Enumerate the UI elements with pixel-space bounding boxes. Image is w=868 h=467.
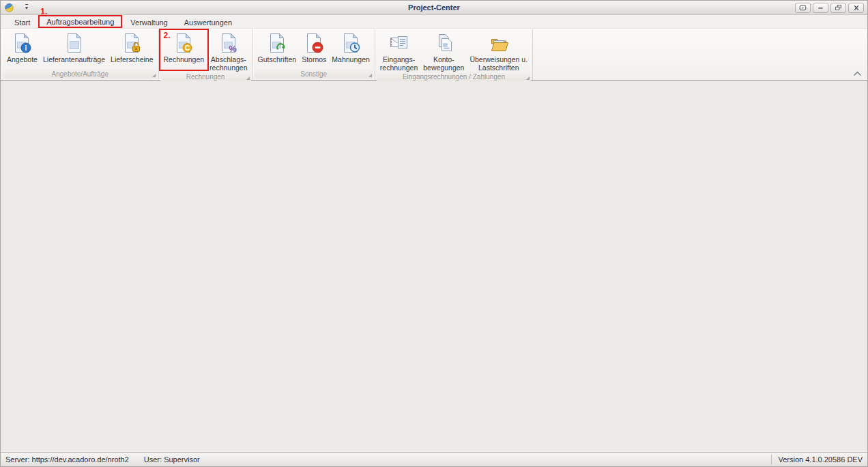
document-clock-icon [340, 32, 362, 54]
svg-text:C: C [185, 44, 190, 52]
annotation-step-2: 2. [164, 31, 171, 40]
envelope-document-icon [388, 32, 410, 54]
minimize-icon [817, 5, 824, 11]
eingangsrechnungen-button[interactable]: Eingangs- rechnungen [377, 30, 420, 72]
close-icon [853, 5, 860, 11]
stornos-button[interactable]: Stornos [299, 30, 329, 69]
documents-stack-icon [433, 32, 454, 54]
group-label: Rechnungen [186, 73, 225, 81]
angebote-button[interactable]: i Angebote [4, 30, 40, 69]
folder-open-icon [488, 32, 510, 54]
status-server-label: Server: https://dev.acadoro.de/nroth2 [5, 455, 129, 464]
tab-label: Auftragsbearbeitung [46, 18, 114, 26]
main-content-area [1, 81, 867, 452]
document-info-icon: i [11, 32, 33, 54]
status-user-label: User: Supervisor [144, 455, 200, 464]
window-controls [795, 3, 864, 13]
abschlagsrechnungen-button[interactable]: % Abschlags- rechnungen [207, 30, 250, 72]
document-refresh-icon [266, 32, 288, 54]
application-window: ▾ Project-Center [0, 0, 868, 467]
tab-auftragsbearbeitung[interactable]: 1. Auftragsbearbeitung [38, 15, 122, 28]
tab-auswertungen[interactable]: Auswertungen [176, 15, 240, 28]
document-lock-icon [121, 32, 143, 54]
title-bar: ▾ Project-Center [1, 1, 867, 15]
button-label: Rechnungen [164, 55, 205, 63]
group-footer-eingangsrechnungen-zahlungen: Eingangsrechnungen / Zahlungen [377, 72, 531, 81]
button-label: Lieferscheine [111, 55, 153, 63]
close-button[interactable] [848, 3, 864, 13]
group-label: Angebote/Aufträge [52, 70, 108, 78]
group-footer-rechnungen: Rechnungen [160, 72, 251, 81]
button-label: Konto- bewegungen [423, 55, 464, 72]
annotation-step-1: 1. [40, 7, 47, 16]
status-version-label: Version 4.1.0.20586 DEV [778, 455, 863, 464]
group-label: Sonstige [300, 70, 327, 78]
ribbon: i Angebote Lieferantenaufträge [1, 29, 867, 81]
button-label: Abschlags- rechnungen [209, 55, 247, 72]
button-label: Stornos [302, 55, 326, 63]
lieferantenauftraege-button[interactable]: Lieferantenaufträge [40, 30, 108, 69]
button-label: Überweisungen u. Lastschriften [469, 55, 527, 72]
button-label: Lieferantenaufträge [43, 55, 105, 63]
ribbon-tab-bar: Start 1. Auftragsbearbeitung Verwaltung … [1, 15, 867, 29]
dialog-launcher-icon[interactable] [152, 74, 156, 77]
fit-window-icon [799, 5, 807, 11]
svg-text:%: % [229, 44, 237, 54]
fit-window-button[interactable] [795, 3, 811, 13]
button-label: Angebote [7, 55, 38, 63]
ribbon-group-angebote-auftraege: i Angebote Lieferantenaufträge [2, 29, 159, 80]
document-cancel-icon [303, 32, 325, 54]
status-separator [771, 455, 772, 465]
window-title: Project-Center [1, 3, 867, 12]
document-percent-icon: % [218, 32, 240, 54]
svg-text:i: i [25, 44, 27, 52]
tab-start[interactable]: Start [6, 15, 38, 28]
button-label: Eingangs- rechnungen [380, 55, 418, 72]
ueberweisungen-lastschriften-button[interactable]: Überweisungen u. Lastschriften [467, 30, 530, 72]
collapse-ribbon-icon[interactable] [853, 70, 862, 76]
mahnungen-button[interactable]: Mahnungen [329, 30, 372, 69]
group-label: Eingangsrechnungen / Zahlungen [403, 73, 505, 81]
minimize-button[interactable] [813, 3, 828, 13]
dialog-launcher-icon[interactable] [526, 76, 530, 80]
dialog-launcher-icon[interactable] [246, 76, 250, 80]
rechnungen-button[interactable]: 2. C Rechnungen [161, 30, 207, 72]
button-label: Gutschriften [258, 55, 297, 63]
status-bar: Server: https://dev.acadoro.de/nroth2 Us… [1, 452, 867, 466]
gutschriften-button[interactable]: Gutschriften [255, 30, 300, 69]
ribbon-group-sonstige: Gutschriften Stornos [253, 29, 375, 80]
lieferscheine-button[interactable]: Lieferscheine [108, 30, 156, 69]
ribbon-group-eingangsrechnungen-zahlungen: Eingangs- rechnungen Konto- bewegungen [375, 29, 533, 80]
kontobewegungen-button[interactable]: Konto- bewegungen [420, 30, 467, 72]
button-label: Mahnungen [332, 55, 369, 63]
ribbon-group-rechnungen: 2. C Rechnungen % [159, 29, 253, 80]
restore-icon [835, 4, 842, 11]
tab-verwaltung[interactable]: Verwaltung [122, 15, 175, 28]
dialog-launcher-icon[interactable] [368, 74, 372, 77]
document-plain-icon [63, 32, 85, 54]
group-footer-sonstige: Sonstige [255, 70, 373, 79]
restore-button[interactable] [830, 3, 846, 13]
group-footer-angebote-auftraege: Angebote/Aufträge [3, 70, 157, 79]
document-coin-icon: C [173, 32, 194, 54]
